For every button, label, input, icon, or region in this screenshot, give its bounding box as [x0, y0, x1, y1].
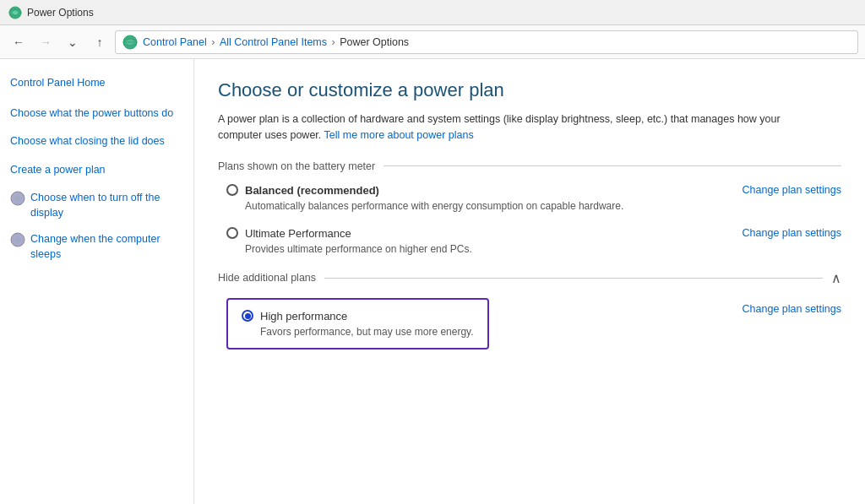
- sidebar-item-create-plan[interactable]: Create a power plan: [10, 160, 183, 182]
- sidebar-item-lid[interactable]: Choose what closing the lid does: [10, 131, 183, 153]
- additional-section-label: Hide additional plans: [218, 272, 316, 284]
- battery-section-line: [384, 165, 841, 166]
- plan-high-performance-change-link[interactable]: Change plan settings: [743, 303, 841, 315]
- plan-ultimate-name: Ultimate Performance: [245, 227, 351, 240]
- title-bar-icon: [8, 6, 22, 19]
- sidebar-item-home[interactable]: Control Panel Home: [10, 73, 183, 95]
- forward-button[interactable]: →: [34, 30, 57, 54]
- breadcrumb-control-panel[interactable]: Control Panel: [143, 36, 207, 48]
- breadcrumb-power-options: Power Options: [340, 36, 409, 48]
- plan-ultimate-row: Ultimate Performance Change plan setting…: [226, 227, 841, 240]
- sidebar-sleep-icon: [10, 232, 25, 250]
- breadcrumb-all-items[interactable]: All Control Panel Items: [220, 36, 327, 48]
- content-area: Choose or customize a power plan A power…: [194, 59, 865, 504]
- battery-section-label: Plans shown on the battery meter: [218, 160, 375, 172]
- sidebar: Control Panel Home Choose what the power…: [0, 59, 194, 504]
- breadcrumb: Control Panel › All Control Panel Items …: [143, 36, 409, 48]
- additional-section-header: Hide additional plans ∧: [218, 270, 841, 286]
- sidebar-item-power-buttons[interactable]: Choose what the power buttons do: [10, 103, 183, 125]
- back-button[interactable]: ←: [7, 30, 30, 54]
- plan-high-performance-desc: Favors performance, but may use more ene…: [242, 326, 474, 338]
- plan-high-performance-name: High performance: [260, 310, 347, 322]
- plan-balanced-row: Balanced (recommended) Change plan setti…: [226, 184, 841, 197]
- address-bar: ← → ⌄ ↑ Control Panel › All Control Pane…: [0, 25, 865, 59]
- title-bar-text: Power Options: [27, 7, 94, 19]
- recent-locations-button[interactable]: ⌄: [61, 30, 84, 54]
- title-bar: Power Options: [0, 0, 865, 25]
- plan-balanced-name: Balanced (recommended): [245, 184, 379, 197]
- additional-section-line: [324, 278, 823, 279]
- plan-balanced: Balanced (recommended) Change plan setti…: [218, 184, 841, 212]
- sidebar-item-computer-sleeps[interactable]: Change when the computer sleeps: [10, 229, 183, 265]
- address-field: Control Panel › All Control Panel Items …: [115, 30, 858, 54]
- plan-high-performance-row: High performance: [242, 310, 474, 322]
- content-description: A power plan is a collection of hardware…: [218, 111, 826, 144]
- sidebar-display-icon: [10, 191, 25, 209]
- sidebar-item-turn-off-display[interactable]: Choose when to turn off the display: [10, 187, 183, 224]
- plan-balanced-change-link[interactable]: Change plan settings: [743, 184, 841, 196]
- page-title: Choose or customize a power plan: [218, 79, 841, 101]
- up-button[interactable]: ↑: [88, 30, 112, 54]
- main-layout: Control Panel Home Choose what the power…: [0, 59, 865, 504]
- plan-ultimate: Ultimate Performance Change plan setting…: [218, 227, 841, 255]
- plan-high-performance-wrapper: High performance Favors performance, but…: [218, 298, 841, 355]
- plan-ultimate-desc: Provides ultimate performance on higher …: [226, 243, 841, 255]
- learn-more-link[interactable]: Tell me more about power plans: [324, 129, 474, 141]
- collapse-additional-button[interactable]: ∧: [831, 270, 841, 286]
- plan-high-performance-radio[interactable]: [242, 310, 253, 322]
- plan-balanced-radio[interactable]: [226, 184, 238, 196]
- address-globe-icon: [122, 35, 138, 50]
- plan-balanced-desc: Automatically balances performance with …: [226, 200, 841, 212]
- plan-ultimate-change-link[interactable]: Change plan settings: [743, 227, 841, 239]
- plan-high-performance-box: High performance Favors performance, but…: [226, 298, 489, 350]
- battery-section-header: Plans shown on the battery meter: [218, 160, 841, 172]
- plan-ultimate-radio[interactable]: [226, 227, 238, 239]
